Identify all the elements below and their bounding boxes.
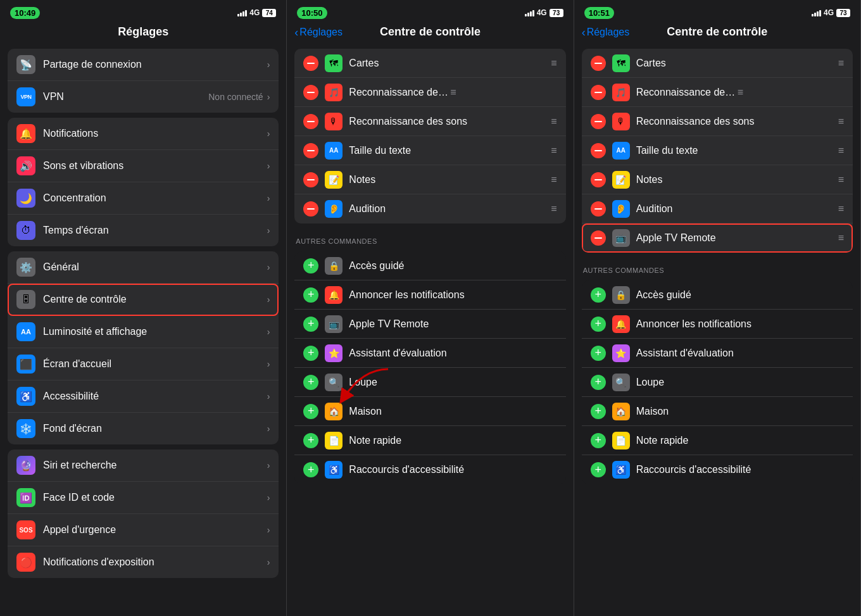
drag-handle[interactable]: ≡ — [838, 232, 844, 244]
drag-handle[interactable]: ≡ — [838, 58, 844, 69]
cc-row-cartes-3[interactable]: 🗺 Cartes ≡ — [582, 49, 853, 78]
row-fond-ecran[interactable]: ❄️ Fond d'écran › — [8, 413, 279, 444]
row-notifications[interactable]: 🔔 Notifications › — [8, 118, 279, 150]
cc-row-cartes-2[interactable]: 🗺 Cartes ≡ — [294, 49, 565, 78]
add-btn-assistant-3[interactable]: + — [591, 346, 606, 361]
add-btn-maison-3[interactable]: + — [591, 404, 606, 419]
status-bar-1: 10:49 4G 74 — [0, 0, 286, 23]
remove-btn-cartes-2[interactable] — [303, 56, 318, 71]
drag-handle[interactable]: ≡ — [551, 145, 556, 156]
back-button-3[interactable]: ‹ Réglages — [582, 27, 630, 38]
add-btn-loupe-2[interactable]: + — [303, 375, 318, 390]
cc-row-note-rapide-3[interactable]: + 📄 Note rapide — [582, 426, 853, 455]
drag-handle[interactable]: ≡ — [838, 145, 844, 156]
add-btn-raccourcis-3[interactable]: + — [591, 462, 606, 477]
add-btn-appletv-2[interactable]: + — [303, 317, 318, 332]
add-btn-assistant-2[interactable]: + — [303, 346, 318, 361]
add-btn-note-rapide-3[interactable]: + — [591, 433, 606, 448]
cc-row-note-rapide-2[interactable]: + 📄 Note rapide — [294, 426, 565, 455]
cc-row-raccourcis-2[interactable]: + ♿ Raccourcis d'accessibilité — [294, 455, 565, 484]
add-btn-annoncer-2[interactable]: + — [303, 287, 318, 303]
cc-row-taille-3[interactable]: AA Taille du texte ≡ — [582, 136, 853, 165]
drag-handle[interactable]: ≡ — [551, 116, 556, 127]
remove-btn-notes-3[interactable] — [591, 172, 606, 187]
cc-row-acces-guide-3[interactable]: + 🔒 Accès guidé — [582, 280, 853, 310]
remove-btn-appletv-3[interactable] — [591, 230, 606, 246]
add-btn-acces-guide-2[interactable]: + — [303, 258, 318, 273]
row-ecran-accueil[interactable]: ⬛ Écran d'accueil › — [8, 348, 279, 380]
remove-btn-reco-morc-2[interactable] — [303, 85, 318, 100]
drag-handle[interactable]: ≡ — [838, 116, 844, 127]
maison-label-3: Maison — [636, 406, 844, 417]
cc-row-taille-2[interactable]: AA Taille du texte ≡ — [294, 136, 565, 165]
remove-btn-audition-3[interactable] — [591, 201, 606, 217]
cc-row-maison-3[interactable]: + 🏠 Maison — [582, 397, 853, 426]
cc-row-acces-guide-2[interactable]: + 🔒 Accès guidé — [294, 251, 565, 280]
row-accessibilite[interactable]: ♿ Accessibilité › — [8, 380, 279, 413]
annoncer-label-3: Annoncer les notifications — [636, 318, 844, 330]
cc-row-reconnaissance-morc-2[interactable]: 🎵 Reconnaissance des morc... ≡ — [294, 78, 565, 107]
row-appel-urgence[interactable]: SOS Appel d'urgence › — [8, 514, 279, 546]
row-concentration[interactable]: 🌙 Concentration › — [8, 182, 279, 215]
add-btn-maison-2[interactable]: + — [303, 404, 318, 419]
cc-row-assistant-2[interactable]: + ⭐ Assistant d'évaluation — [294, 339, 565, 368]
row-general[interactable]: ⚙️ Général › — [8, 251, 279, 284]
row-notif-exposition[interactable]: 🔴 Notifications d'exposition › — [8, 546, 279, 578]
add-btn-acces-guide-3[interactable]: + — [591, 287, 606, 303]
drag-handle[interactable]: ≡ — [450, 87, 456, 98]
cc-row-annoncer-notif-2[interactable]: + 🔔 Annoncer les notifications — [294, 280, 565, 310]
cc-row-maison-2[interactable]: + 🏠 Maison — [294, 397, 565, 426]
back-button-2[interactable]: ‹ Réglages — [294, 27, 343, 38]
remove-btn-reco-sons-3[interactable] — [591, 114, 606, 129]
cc-row-apple-tv-3[interactable]: 📺 Apple TV Remote ≡ — [582, 223, 853, 253]
row-sons[interactable]: 🔊 Sons et vibrations › — [8, 150, 279, 182]
drag-handle[interactable]: ≡ — [738, 87, 743, 98]
cc-row-apple-tv-2[interactable]: + 📺 Apple TV Remote — [294, 310, 565, 339]
add-btn-note-rapide-2[interactable]: + — [303, 433, 318, 448]
row-centre-controle[interactable]: 🎛 Centre de contrôle › — [8, 284, 279, 316]
cc-row-notes-3[interactable]: 📝 Notes ≡ — [582, 165, 853, 194]
drag-handle[interactable]: ≡ — [551, 58, 556, 69]
cartes-label-2: Cartes — [349, 58, 551, 69]
add-btn-loupe-3[interactable]: + — [591, 375, 606, 390]
appletv-icon-3: 📺 — [612, 229, 630, 247]
add-btn-annoncer-3[interactable]: + — [591, 317, 606, 332]
acces-guide-icon-3: 🔒 — [612, 286, 630, 304]
back-label-3: Réglages — [587, 27, 630, 38]
remove-btn-audition-2[interactable] — [303, 201, 318, 217]
drag-handle[interactable]: ≡ — [551, 174, 556, 185]
row-siri[interactable]: 🔮 Siri et recherche › — [8, 449, 279, 482]
remove-btn-notes-2[interactable] — [303, 172, 318, 187]
cc-row-audition-2[interactable]: 👂 Audition ≡ — [294, 194, 565, 223]
cc-row-reco-morc-3[interactable]: 🎵 Reconnaissance des morc... ≡ — [582, 78, 853, 107]
cc-row-annoncer-3[interactable]: + 🔔 Annoncer les notifications — [582, 310, 853, 339]
remove-btn-taille-2[interactable] — [303, 143, 318, 158]
notes-label-3: Notes — [636, 174, 838, 185]
row-faceid[interactable]: 🆔 Face ID et code › — [8, 482, 279, 514]
cc-row-reco-sons-3[interactable]: 🎙 Reconnaissance des sons ≡ — [582, 107, 853, 136]
remove-btn-cartes-3[interactable] — [591, 56, 606, 71]
notif-expo-label: Notifications d'exposition — [43, 556, 267, 568]
row-partage[interactable]: 📡 Partage de connexion › — [8, 49, 279, 81]
drag-handle[interactable]: ≡ — [838, 174, 844, 185]
cc-row-loupe-3[interactable]: + 🔍 Loupe — [582, 368, 853, 397]
remove-btn-reco-sons-2[interactable] — [303, 114, 318, 129]
remove-btn-reco-morc-3[interactable] — [591, 85, 606, 100]
row-vpn[interactable]: VPN VPN Non connecté › — [8, 81, 279, 113]
faceid-icon: 🆔 — [16, 488, 35, 507]
cc-row-reconnaissance-sons-2[interactable]: 🎙 Reconnaissance des sons ≡ — [294, 107, 565, 136]
battery-1: 74 — [262, 9, 276, 17]
cc-row-notes-2[interactable]: 📝 Notes ≡ — [294, 165, 565, 194]
cc-row-audition-3[interactable]: 👂 Audition ≡ — [582, 194, 853, 223]
chevron-icon: › — [267, 294, 270, 305]
drag-handle[interactable]: ≡ — [838, 203, 844, 215]
cc-row-assistant-3[interactable]: + ⭐ Assistant d'évaluation — [582, 339, 853, 368]
cc-row-loupe-2[interactable]: + 🔍 Loupe — [294, 368, 565, 397]
drag-handle[interactable]: ≡ — [551, 203, 556, 215]
add-btn-raccourcis-2[interactable]: + — [303, 462, 318, 477]
raccourcis-label-3: Raccourcis d'accessibilité — [636, 464, 844, 475]
cc-row-raccourcis-3[interactable]: + ♿ Raccourcis d'accessibilité — [582, 455, 853, 484]
remove-btn-taille-3[interactable] — [591, 143, 606, 158]
row-luminosite[interactable]: AA Luminosité et affichage › — [8, 316, 279, 348]
row-temps-ecran[interactable]: ⏱ Temps d'écran › — [8, 215, 279, 246]
